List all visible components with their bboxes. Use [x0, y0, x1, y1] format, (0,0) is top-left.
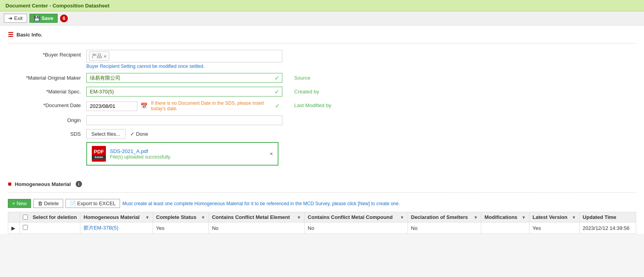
row-modifications: [481, 222, 529, 234]
toolbar: ➜ Exit 💾 Save 6: [0, 11, 644, 26]
last-modified-by-label: Last Modified by: [282, 100, 331, 108]
material-maker-input[interactable]: [87, 73, 275, 82]
delete-button[interactable]: 🗑 Delete: [33, 199, 63, 208]
filter-declaration-icon[interactable]: ▼: [473, 215, 478, 220]
delete-icon: 🗑: [38, 200, 43, 206]
material-spec-check-icon: ✓: [275, 88, 282, 95]
save-button[interactable]: 💾 Save: [29, 14, 58, 23]
hm-table-body: ▶ 胶片EM-37B(5) Yes No No No Yes 2023/12/1…: [8, 222, 636, 234]
main-content: ☰ Basic Info. *Buyer Recipient 产品 × Buye…: [0, 26, 644, 175]
created-by-label: Created by: [282, 87, 319, 95]
exit-button[interactable]: ➜ Exit: [4, 14, 27, 23]
exit-arrow-icon: ➜: [8, 15, 13, 21]
homogeneous-material-section: ■ Homogeneous Material i + New 🗑 Delete …: [0, 175, 644, 234]
sds-wrap: Select files... ✓ Done PDF Adobe SDS-202…: [86, 129, 282, 166]
filter-conflict-element-icon[interactable]: ▼: [297, 215, 301, 220]
document-date-label: *Document Date: [8, 100, 86, 108]
hm-toolbar: + New 🗑 Delete 📄 Export to EXCEL Must cr…: [8, 199, 636, 208]
buyer-input-field[interactable]: 产品 ×: [86, 50, 282, 62]
select-all-checkbox[interactable]: [23, 215, 28, 220]
sds-control: Select files... ✓ Done PDF Adobe SDS-202…: [86, 129, 282, 166]
filter-complete-status-icon[interactable]: ▼: [201, 215, 206, 220]
row-declaration-of-smelters: No: [408, 222, 481, 234]
file-remove-button[interactable]: ×: [270, 151, 273, 157]
th-conflict-metal-compound: Contains Conflict Metal Compound ▼: [304, 212, 408, 222]
basic-info-icon: ☰: [8, 31, 13, 38]
sds-label: SDS: [8, 129, 86, 137]
document-date-input[interactable]: [86, 101, 137, 111]
row-complete-status: Yes: [153, 222, 209, 234]
th-complete-status: Complete Status ▼: [153, 212, 209, 222]
th-homogeneous-material: Homogeneous Material ▼: [80, 212, 153, 222]
basic-info-title: Basic Info.: [16, 32, 42, 38]
sds-file-box: PDF Adobe SDS-2021_A.pdf File(s) uploade…: [86, 142, 278, 166]
th-expand: [8, 212, 20, 222]
basic-info-section-header: ☰ Basic Info.: [8, 31, 636, 38]
document-date-row: *Document Date 📅 If there is no Document…: [8, 100, 636, 111]
origin-control: [86, 115, 282, 125]
pdf-icon: PDF Adobe: [92, 146, 106, 162]
origin-input[interactable]: [86, 115, 282, 125]
file-name-link[interactable]: SDS-2021_A.pdf: [110, 148, 266, 154]
th-declaration-of-smelters: Declaration of Smelters ▼: [408, 212, 481, 222]
filter-modifications-icon[interactable]: ▼: [522, 215, 526, 220]
origin-row: Origin: [8, 115, 636, 125]
material-spec-label: *Material Spec.: [8, 87, 86, 95]
document-date-check-icon: ✓: [275, 102, 282, 109]
source-label: Source: [282, 73, 310, 81]
row-expand[interactable]: ▶: [8, 222, 20, 234]
buyer-tag-close-icon[interactable]: ×: [104, 53, 107, 59]
filter-homogeneous-material-icon[interactable]: ▼: [145, 215, 149, 220]
save-disk-icon: 💾: [34, 15, 40, 21]
material-spec-field[interactable]: ✓: [86, 87, 282, 97]
table-row: ▶ 胶片EM-37B(5) Yes No No No Yes 2023/12/1…: [8, 222, 636, 234]
th-modifications: Modifications ▼: [481, 212, 529, 222]
select-files-button[interactable]: Select files...: [86, 129, 126, 139]
material-spec-control: ✓: [86, 87, 282, 97]
row-latest-version: Yes: [529, 222, 579, 234]
new-button[interactable]: + New: [8, 199, 31, 208]
sds-row: SDS Select files... ✓ Done PDF Adobe: [8, 129, 636, 166]
material-spec-input[interactable]: [87, 87, 275, 96]
buyer-tag: 产品 ×: [89, 51, 109, 61]
hm-warning-text: Must create at least one complete Homoge…: [122, 201, 400, 206]
table-header-row: Select for deletion Homogeneous Material…: [8, 212, 636, 222]
filter-latest-version-icon[interactable]: ▼: [572, 215, 576, 220]
row-conflict-metal-element: No: [209, 222, 304, 234]
row-updated-time: 2023/12/12 14:39:56: [579, 222, 636, 234]
hm-section-header: ■ Homogeneous Material i: [8, 180, 636, 188]
material-spec-row: *Material Spec. ✓ Created by: [8, 87, 636, 97]
material-maker-row: *Material Original Maker ✓ Source: [8, 73, 636, 83]
file-info: SDS-2021_A.pdf File(s) uploaded successf…: [110, 148, 266, 160]
export-button[interactable]: 📄 Export to EXCEL: [65, 199, 120, 208]
buyer-recipient-notice: Buyer Recipient Setting cannot be modifi…: [86, 64, 282, 69]
buyer-recipient-row: *Buyer Recipient 产品 × Buyer Recipient Se…: [8, 50, 636, 69]
buyer-recipient-label: *Buyer Recipient: [8, 50, 86, 58]
title-bar: Document Center - Composition Datasheet: [0, 0, 644, 11]
th-latest-version: Latest Version ▼: [529, 212, 579, 222]
th-updated-time: Updated Time: [579, 212, 636, 222]
row-homogeneous-material: 胶片EM-37B(5): [80, 222, 153, 234]
title-text: Document Center - Composition Datasheet: [5, 3, 109, 9]
material-maker-check-icon: ✓: [275, 75, 282, 82]
hm-section-icon: ■: [8, 180, 12, 188]
buyer-recipient-control: 产品 × Buyer Recipient Setting cannot be m…: [86, 50, 282, 69]
row-checkbox-cell: [19, 222, 80, 234]
file-success-message: File(s) uploaded successfully.: [110, 154, 266, 160]
hm-table-wrap: Select for deletion Homogeneous Material…: [8, 212, 636, 234]
calendar-icon[interactable]: 📅: [140, 102, 148, 109]
origin-label: Origin: [8, 115, 86, 123]
material-maker-label: *Material Original Maker: [8, 73, 86, 81]
filter-conflict-compound-icon[interactable]: ▼: [400, 215, 404, 220]
notification-badge: 6: [60, 15, 68, 22]
th-select-deletion: Select for deletion: [19, 212, 80, 222]
th-conflict-metal-element: Contains Conflict Metal Element ▼: [209, 212, 304, 222]
hm-info-icon[interactable]: i: [76, 181, 82, 187]
hm-table: Select for deletion Homogeneous Material…: [8, 212, 636, 234]
done-button[interactable]: ✓ Done: [130, 131, 148, 137]
material-maker-field[interactable]: ✓: [86, 73, 282, 83]
hm-section-title: Homogeneous Material: [15, 181, 71, 187]
homogeneous-material-link[interactable]: 胶片EM-37B(5): [84, 225, 118, 231]
row-checkbox[interactable]: [23, 225, 28, 230]
material-maker-control: ✓: [86, 73, 282, 83]
